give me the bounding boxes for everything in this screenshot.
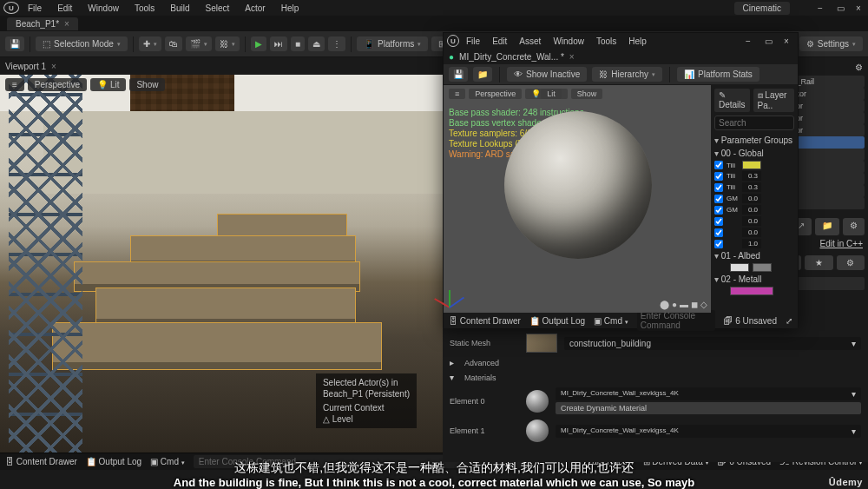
- details-search-input[interactable]: [714, 116, 794, 130]
- close-icon[interactable]: ×: [569, 52, 575, 62]
- parameter-row[interactable]: 0.0: [714, 215, 794, 227]
- global-group-header[interactable]: ▾ 00 - Global: [714, 147, 794, 160]
- preview-perspective[interactable]: Perspective: [469, 89, 522, 99]
- console-input[interactable]: Enter Console Command: [637, 310, 716, 331]
- panel-icon-3[interactable]: ★: [805, 255, 833, 270]
- viewport-perspective[interactable]: Perspective: [28, 78, 87, 91]
- save-button[interactable]: 💾: [449, 67, 468, 82]
- sequencer-button[interactable]: ⛓▾: [215, 36, 240, 51]
- mat-menu-file[interactable]: File: [461, 35, 485, 48]
- expand-icon[interactable]: ⤢: [786, 316, 792, 326]
- cinematics-button[interactable]: 🎬▾: [186, 36, 212, 51]
- preview-shape-cylinder[interactable]: ⬤: [660, 300, 669, 309]
- param-groups-header[interactable]: ▾ Parameter Groups: [714, 134, 794, 147]
- static-mesh-thumbnail[interactable]: [526, 334, 557, 353]
- static-mesh-row: Static Mesh construction_building▾: [446, 331, 865, 355]
- platforms-dropdown[interactable]: 📱Platforms▾: [357, 36, 428, 51]
- level-tab-bar: Beach_P1* ×: [0, 16, 868, 31]
- unsaved-count[interactable]: 🗐 6 Unsaved: [724, 316, 777, 326]
- advanced-section[interactable]: ▸Advanced: [446, 355, 865, 370]
- mat-menu-window[interactable]: Window: [548, 35, 589, 48]
- settings-icon[interactable]: ⚙: [843, 218, 865, 235]
- material-0-dropdown[interactable]: MI_Dirty_Concrete_Wall_xevklgss_4K▾: [556, 387, 861, 400]
- eject-button[interactable]: ⏏: [308, 36, 325, 51]
- preview-shape-sphere[interactable]: ●: [672, 300, 677, 309]
- parameter-row[interactable]: Tili0.3: [714, 182, 794, 193]
- add-content-button[interactable]: ✚▾: [139, 36, 161, 51]
- parameter-row[interactable]: Tili: [714, 160, 794, 170]
- viewport-menu-button[interactable]: ≡: [5, 78, 24, 91]
- material-preview-viewport[interactable]: ≡ Perspective 💡Lit Show Base pass shader…: [444, 85, 711, 313]
- mat-menu-asset[interactable]: Asset: [514, 35, 546, 48]
- play-button[interactable]: ▶: [251, 36, 266, 51]
- window-max[interactable]: ▭: [760, 35, 775, 48]
- material-1-dropdown[interactable]: MI_Dirty_Concrete_Wall_xevklgss_4K▾: [556, 425, 861, 438]
- preview-shape-mesh[interactable]: ◇: [700, 300, 707, 309]
- albedo-group-header[interactable]: ▾ 01 - Albed: [714, 249, 794, 262]
- mat-menu-edit[interactable]: Edit: [487, 35, 512, 48]
- viewport-show[interactable]: Show: [129, 78, 165, 91]
- menu-actor[interactable]: Actor: [238, 2, 272, 15]
- close-icon[interactable]: ×: [51, 62, 56, 71]
- menu-window[interactable]: Window: [81, 2, 126, 15]
- output-log-button[interactable]: 📋 Output Log: [529, 316, 585, 326]
- preview-lit[interactable]: 💡Lit: [525, 89, 568, 99]
- cmd-button[interactable]: ▣ Cmd ▾: [150, 457, 185, 466]
- platform-stats-button[interactable]: 📊 Platform Stats: [677, 67, 760, 82]
- content-drawer-button[interactable]: 🗄 Content Drawer: [5, 457, 77, 466]
- save-button[interactable]: 💾: [5, 36, 24, 51]
- output-log-button[interactable]: 📋 Output Log: [86, 457, 141, 466]
- menu-help[interactable]: Help: [274, 2, 306, 15]
- window-close[interactable]: ×: [849, 2, 865, 15]
- ue-logo-icon: U: [447, 35, 459, 47]
- material-thumbnail-0[interactable]: [526, 390, 549, 413]
- parameter-row[interactable]: 0.0: [714, 227, 794, 238]
- materials-section[interactable]: ▾Materials: [446, 370, 865, 385]
- preview-shape-cube[interactable]: ◼: [691, 300, 698, 309]
- menu-tools[interactable]: Tools: [128, 2, 161, 15]
- material-tab[interactable]: MI_Dirty_Concrete_Wal... *: [459, 52, 564, 62]
- mat-menu-help[interactable]: Help: [623, 35, 652, 48]
- parameter-row[interactable]: GM0.0: [714, 204, 794, 215]
- window-min[interactable]: −: [740, 35, 756, 48]
- menu-select[interactable]: Select: [199, 2, 237, 15]
- hierarchy-dropdown[interactable]: ⛓ Hierarchy▾: [592, 67, 662, 82]
- preview-menu-button[interactable]: ≡: [449, 89, 465, 99]
- material-thumbnail-1[interactable]: [526, 420, 549, 442]
- content-drawer-button[interactable]: 🗄 Content Drawer: [449, 316, 521, 326]
- show-inactive-toggle[interactable]: 👁 Show Inactive: [507, 67, 587, 82]
- create-dynamic-material-button[interactable]: Create Dynamic Material: [556, 402, 861, 414]
- cinematic-button[interactable]: Cinematic: [734, 2, 790, 15]
- parameter-row[interactable]: 1.0: [714, 238, 794, 249]
- parameter-row[interactable]: GM0.0: [714, 193, 794, 204]
- browse-icon[interactable]: 📁: [815, 218, 839, 235]
- close-icon[interactable]: ×: [64, 19, 69, 29]
- selection-mode-dropdown[interactable]: ⬚Selection Mode▾: [36, 36, 128, 51]
- window-min[interactable]: −: [811, 2, 826, 15]
- details-tab[interactable]: ✎ Details: [714, 89, 750, 112]
- browse-button[interactable]: 📁: [473, 67, 492, 82]
- viewport-tab[interactable]: Viewport 1: [5, 62, 46, 71]
- menu-file[interactable]: File: [21, 2, 49, 15]
- stop-button[interactable]: ■: [291, 36, 305, 51]
- menu-build[interactable]: Build: [163, 2, 196, 15]
- viewport-lit[interactable]: 💡 Lit: [90, 78, 126, 91]
- window-max[interactable]: ▭: [830, 2, 845, 15]
- layer-params-tab[interactable]: ⧈ Layer Pa..: [753, 89, 794, 112]
- static-mesh-dropdown[interactable]: construction_building▾: [564, 337, 861, 350]
- menu-edit[interactable]: Edit: [50, 2, 79, 15]
- play-options-button[interactable]: ⋮: [328, 36, 345, 51]
- window-close[interactable]: ×: [779, 35, 794, 48]
- parameter-row[interactable]: Tili0.3: [714, 170, 794, 182]
- skip-button[interactable]: ⏭: [270, 36, 287, 51]
- preview-show[interactable]: Show: [571, 89, 603, 99]
- panel-icon-4[interactable]: ⚙: [837, 255, 865, 270]
- preview-shape-plane[interactable]: ▬: [680, 300, 688, 309]
- cmd-button[interactable]: ▣ Cmd ▾: [594, 316, 628, 326]
- outliner-opts-icon[interactable]: ⚙: [855, 63, 863, 72]
- metallic-group-header[interactable]: ▾ 02 - Metall: [714, 273, 794, 286]
- level-tab[interactable]: Beach_P1* ×: [7, 17, 78, 30]
- marketplace-button[interactable]: 🛍: [165, 36, 182, 51]
- mat-menu-tools[interactable]: Tools: [591, 35, 621, 48]
- settings-dropdown[interactable]: ⚙Settings▾: [799, 36, 863, 51]
